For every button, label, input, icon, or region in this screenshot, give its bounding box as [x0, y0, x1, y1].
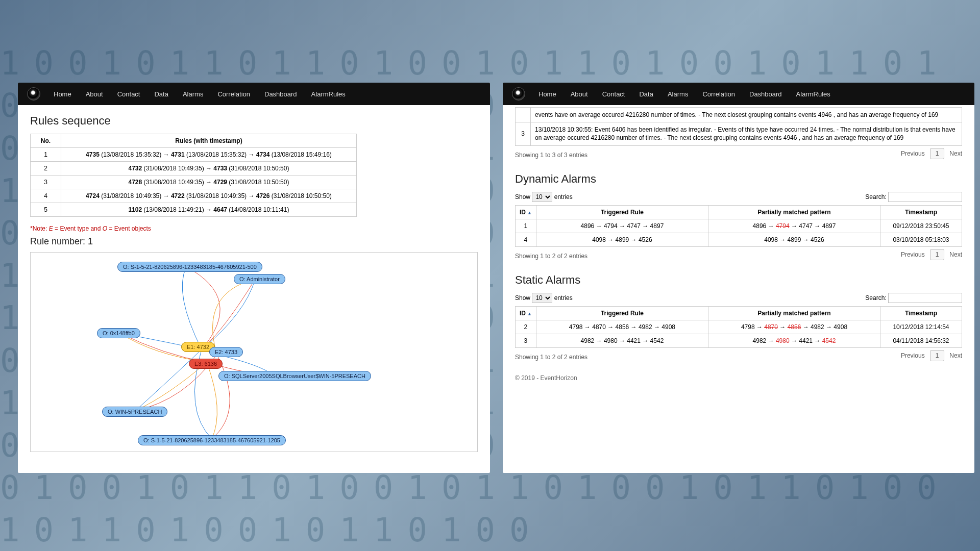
page-number[interactable]: 1	[930, 350, 945, 361]
static-alarms-table: ID▲ Triggered Rule Partially matched pat…	[515, 306, 962, 348]
dynamic-alarms-title: Dynamic Alarms	[515, 172, 962, 186]
table-row: 51102 (13/08/2018 11:49:21) → 4647 (14/0…	[31, 203, 357, 217]
col-ts[interactable]: Timestamp	[880, 205, 962, 219]
nav-link-dashboard[interactable]: Dashboard	[742, 85, 789, 103]
next-button[interactable]: Next	[949, 251, 962, 258]
page-number[interactable]: 1	[930, 249, 945, 260]
table-row: 44724 (31/08/2018 10:49:35) → 4722 (31/0…	[31, 189, 357, 203]
col-id[interactable]: ID▲	[516, 306, 536, 320]
nav-link-data[interactable]: Data	[147, 85, 175, 103]
table-row: 313/10/2018 10:30:55: Event 6406 has bee…	[516, 122, 962, 145]
col-rule[interactable]: Triggered Rule	[536, 205, 708, 219]
nav-link-alarms[interactable]: Alarms	[660, 85, 695, 103]
rules-sequence-table: No. Rules (with timestamp) 14735 (13/08/…	[30, 134, 357, 217]
left-content: Rules sequence No. Rules (with timestamp…	[18, 105, 490, 461]
next-button[interactable]: Next	[949, 352, 962, 359]
table-row: 14896 → 4794 → 4747 → 48974896 → 4794 → …	[516, 219, 962, 233]
dynamic-info: Showing 1 to 2 of 2 entries	[515, 253, 587, 260]
rule-graph: O: S-1-5-21-820625896-1233483185-4676059…	[30, 252, 478, 452]
nav-link-correlation[interactable]: Correlation	[695, 85, 742, 103]
nav-link-alarmrules[interactable]: AlarmRules	[304, 85, 353, 103]
table-row: 14735 (13/08/2018 15:35:32) → 4731 (13/0…	[31, 148, 357, 162]
rules-sequence-title: Rules sequence	[30, 114, 478, 128]
static-controls: Show 10 entries Search:	[515, 293, 962, 303]
static-entries-select[interactable]: 10	[532, 293, 552, 303]
table-row: 34728 (31/08/2018 10:49:35) → 4729 (31/0…	[31, 176, 357, 189]
anomaly-info: Showing 1 to 3 of 3 entries	[515, 152, 587, 159]
dynamic-table-footer: Showing 1 to 2 of 2 entries Previous 1 N…	[515, 249, 962, 260]
graph-node[interactable]: E3: 6136	[189, 359, 223, 369]
nav-link-dashboard[interactable]: Dashboard	[257, 85, 304, 103]
col-no: No.	[31, 134, 61, 148]
graph-node[interactable]: E2: 4733	[209, 347, 243, 357]
navbar-left: HomeAboutContactDataAlarmsCorrelationDas…	[18, 83, 490, 105]
right-content: events have on average occured 4216280 n…	[503, 105, 974, 391]
nav-link-contact[interactable]: Contact	[595, 85, 632, 103]
table-row: 34982 → 4980 → 4421 → 45424982 → 4980 → …	[516, 334, 962, 347]
graph-node[interactable]: O: S-1-5-21-820625896-1233483185-4676059…	[138, 435, 286, 445]
panel-rules-sequence: HomeAboutContactDataAlarmsCorrelationDas…	[18, 83, 490, 473]
nav-link-about[interactable]: About	[79, 85, 110, 103]
graph-node[interactable]: O: 0x148ffb0	[97, 328, 140, 338]
prev-button[interactable]: Previous	[901, 150, 925, 157]
nav-link-alarmrules[interactable]: AlarmRules	[789, 85, 838, 103]
graph-node[interactable]: O: S-1-5-21-820625896-1233483185-4676059…	[117, 262, 262, 272]
nav-link-correlation[interactable]: Correlation	[210, 85, 257, 103]
anomaly-pager: Previous 1 Next	[901, 148, 962, 159]
table-row: 44098 → 4899 → 45264098 → 4899 → 452603/…	[516, 233, 962, 246]
graph-node[interactable]: O: WIN-5PRESEACH	[102, 407, 167, 417]
dynamic-search-input[interactable]	[888, 192, 962, 202]
dynamic-entries-select[interactable]: 10	[532, 192, 552, 202]
col-id[interactable]: ID▲	[516, 205, 536, 219]
dynamic-controls: Show 10 entries Search:	[515, 192, 962, 202]
prev-button[interactable]: Previous	[901, 352, 925, 359]
rule-number-title: Rule number: 1	[30, 236, 478, 247]
nav-link-home[interactable]: Home	[531, 85, 564, 103]
table-row: 24798 → 4870 → 4856 → 4982 → 49084798 → …	[516, 320, 962, 334]
nav-link-about[interactable]: About	[564, 85, 595, 103]
app-logo-icon	[27, 87, 40, 101]
static-info: Showing 1 to 2 of 2 entries	[515, 354, 587, 361]
static-search-input[interactable]	[888, 293, 962, 303]
graph-node[interactable]: O: Administrator	[234, 274, 285, 284]
prev-button[interactable]: Previous	[901, 251, 925, 258]
col-pattern[interactable]: Partially matched pattern	[708, 306, 880, 320]
static-alarms-title: Static Alarms	[515, 273, 962, 287]
app-logo-icon	[512, 87, 525, 101]
nav-link-home[interactable]: Home	[46, 85, 79, 103]
nav-link-alarms[interactable]: Alarms	[176, 85, 210, 103]
navbar-right: HomeAboutContactDataAlarmsCorrelationDas…	[503, 83, 974, 105]
page-number[interactable]: 1	[930, 148, 945, 159]
dynamic-pager: Previous 1 Next	[901, 249, 962, 260]
anomaly-table: events have on average occured 4216280 n…	[515, 107, 962, 146]
table-row: 24732 (31/08/2018 10:49:35) → 4733 (31/0…	[31, 162, 357, 176]
graph-node[interactable]: O: SQLServer2005SQLBrowserUser$WIN-5PRES…	[218, 371, 371, 381]
note-text: *Note: E = Event type and O = Event obje…	[30, 225, 478, 232]
static-pager: Previous 1 Next	[901, 350, 962, 361]
static-table-footer: Showing 1 to 2 of 2 entries Previous 1 N…	[515, 350, 962, 361]
col-rules: Rules (with timestamp)	[61, 134, 357, 148]
nav-link-data[interactable]: Data	[632, 85, 660, 103]
footer-copyright: © 2019 - EventHorizon	[515, 374, 962, 382]
anomaly-table-footer: Showing 1 to 3 of 3 entries Previous 1 N…	[515, 148, 962, 159]
col-ts[interactable]: Timestamp	[880, 306, 962, 320]
next-button[interactable]: Next	[949, 150, 962, 157]
dynamic-alarms-table: ID▲ Triggered Rule Partially matched pat…	[515, 205, 962, 247]
col-rule[interactable]: Triggered Rule	[536, 306, 708, 320]
col-pattern[interactable]: Partially matched pattern	[708, 205, 880, 219]
panel-alarms: HomeAboutContactDataAlarmsCorrelationDas…	[503, 83, 974, 473]
table-row: events have on average occured 4216280 n…	[516, 108, 962, 122]
nav-link-contact[interactable]: Contact	[110, 85, 148, 103]
